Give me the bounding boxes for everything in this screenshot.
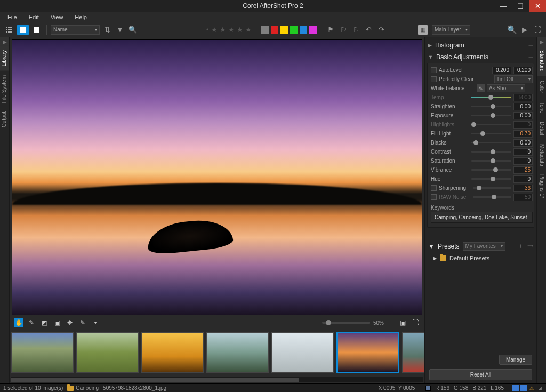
search-button[interactable]: 🔍 [127, 25, 138, 35]
view-split-button[interactable] [31, 25, 43, 35]
autolevel-check[interactable] [431, 67, 437, 73]
menu-file[interactable]: File [2, 13, 22, 21]
left-tab-output[interactable]: Output [0, 107, 9, 132]
thumbnail[interactable] [141, 332, 204, 373]
fullscreen-button[interactable]: ⛶ [532, 25, 543, 35]
straighten-slider[interactable] [471, 106, 511, 107]
left-tab-filesystem[interactable]: File System [0, 71, 9, 107]
thumbnail[interactable] [11, 332, 74, 373]
right-tab-tone[interactable]: Tone [537, 98, 546, 118]
zoom-slider[interactable] [322, 322, 370, 324]
layer-select[interactable]: Main Layer▾ [432, 25, 470, 35]
status-warn-icon[interactable]: ⚠ [528, 385, 535, 391]
left-tab-library[interactable]: Library [0, 46, 9, 71]
brush-tool[interactable]: ✎ [78, 318, 87, 327]
view-grid-button[interactable] [3, 25, 15, 35]
label-magenta[interactable] [309, 26, 317, 34]
sort-select[interactable]: Name▾ [51, 25, 100, 35]
thumbnail[interactable] [76, 332, 139, 373]
presets-header[interactable]: ▼ Presets My Favorites▾ ＋ ⟞ [427, 239, 534, 253]
status-icon-2[interactable] [520, 385, 527, 391]
magnify-button[interactable]: 🔍 [507, 25, 517, 35]
presets-combo[interactable]: My Favorites▾ [463, 242, 505, 251]
contrast-slider[interactable] [471, 151, 511, 153]
rawnoise-check[interactable] [431, 194, 437, 200]
star-5[interactable]: ★ [245, 26, 252, 34]
tool-dropdown[interactable]: ▾ [91, 318, 100, 327]
wb-picker-button[interactable]: ✎ [477, 84, 485, 92]
view-image-button[interactable] [17, 25, 29, 35]
fit-button[interactable]: ▣ [398, 318, 407, 327]
label-blue[interactable] [300, 26, 307, 34]
add-preset-button[interactable]: ＋ [518, 242, 524, 251]
layers-icon[interactable]: ▥ [418, 25, 428, 35]
star-1[interactable]: ★ [211, 26, 218, 34]
left-expand-button[interactable]: ▶ [0, 37, 9, 46]
white-balance-combo[interactable]: As Shot▾ [487, 84, 525, 92]
temp-slider[interactable] [471, 97, 511, 98]
maximize-button[interactable]: ☐ [512, 0, 529, 12]
menu-help[interactable]: Help [69, 13, 92, 21]
sharpening-check[interactable] [431, 185, 437, 191]
menu-view[interactable]: View [45, 13, 69, 21]
straighten-val[interactable]: 0.00 [513, 103, 533, 110]
unflag-button[interactable]: ⚐ [338, 25, 349, 35]
perfectly-clear-check[interactable] [431, 76, 437, 82]
thumbnail[interactable] [206, 332, 269, 373]
label-grey[interactable] [261, 26, 269, 34]
preset-pin[interactable]: ⟞ [527, 242, 533, 251]
preset-default[interactable]: ▶ Default Presets [427, 253, 534, 263]
fill-val[interactable]: 0.70 [513, 130, 533, 138]
image-viewer[interactable] [12, 39, 422, 315]
star-4[interactable]: ★ [237, 26, 243, 34]
fill-slider[interactable] [471, 133, 511, 134]
sort-direction-button[interactable]: ⇅ [102, 25, 113, 35]
autolevel-val2[interactable]: 0.200 [513, 67, 533, 74]
star-2[interactable]: ★ [220, 26, 226, 34]
status-resize-icon[interactable]: ◢ [536, 385, 543, 391]
menu-edit[interactable]: Edit [23, 13, 44, 21]
star-3[interactable]: ★ [228, 26, 235, 34]
right-tab-detail[interactable]: Detail [537, 117, 546, 140]
close-button[interactable]: ✕ [529, 0, 546, 12]
perfectly-clear-combo[interactable]: Tint Off▾ [494, 75, 533, 83]
sharpening-slider[interactable] [473, 187, 511, 189]
minimize-button[interactable]: — [495, 0, 512, 12]
filmstrip-scrollbar[interactable] [11, 377, 423, 382]
exposure-slider[interactable] [471, 115, 511, 116]
label-yellow[interactable] [280, 26, 288, 34]
sharpening-val[interactable]: 36 [513, 185, 533, 192]
vibrance-val[interactable]: 25 [513, 166, 533, 174]
right-expand-button[interactable]: ▶ [537, 37, 546, 46]
flag-button[interactable]: ⚑ [325, 25, 336, 35]
thumbnail[interactable] [402, 332, 424, 373]
blacks-val[interactable]: 0.00 [513, 139, 533, 147]
thumbnail[interactable] [271, 332, 334, 373]
rawnoise-slider[interactable] [473, 196, 511, 198]
blacks-slider[interactable] [471, 142, 511, 143]
contrast-val[interactable]: 0 [513, 148, 533, 156]
status-icon-1[interactable] [512, 385, 519, 391]
slideshow-button[interactable]: ▶ [519, 25, 530, 35]
redo-button[interactable]: ↷ [376, 25, 387, 35]
hue-val[interactable]: 0 [513, 175, 533, 183]
thumbnail[interactable] [336, 332, 399, 373]
keywords-field[interactable]: Camping, Canoeing, Doe Lake, Sunset [431, 212, 533, 223]
right-tab-plugins[interactable]: Plugins 1* [537, 170, 546, 203]
highlights-slider[interactable] [471, 124, 511, 125]
region-tool[interactable]: ▣ [52, 318, 62, 327]
autolevel-val1[interactable]: 0.200 [492, 67, 511, 74]
filter-button[interactable]: ▼ [115, 25, 125, 35]
crop-tool[interactable]: ◩ [39, 318, 49, 327]
reject-button[interactable]: ⚐ [351, 25, 362, 35]
label-red[interactable] [271, 26, 278, 34]
histogram-header[interactable]: ▶Histogram⟞ [427, 39, 534, 51]
right-tab-metadata[interactable]: Metadata [537, 140, 546, 171]
saturation-val[interactable]: 0 [513, 157, 533, 165]
exposure-val[interactable]: 0.00 [513, 112, 533, 119]
manage-button[interactable]: Manage [499, 355, 532, 365]
hue-slider[interactable] [471, 178, 511, 180]
vibrance-slider[interactable] [471, 169, 511, 171]
right-tab-color[interactable]: Color [537, 76, 546, 98]
basic-adjust-header[interactable]: ▼Basic Adjustments⟞ [427, 51, 534, 63]
